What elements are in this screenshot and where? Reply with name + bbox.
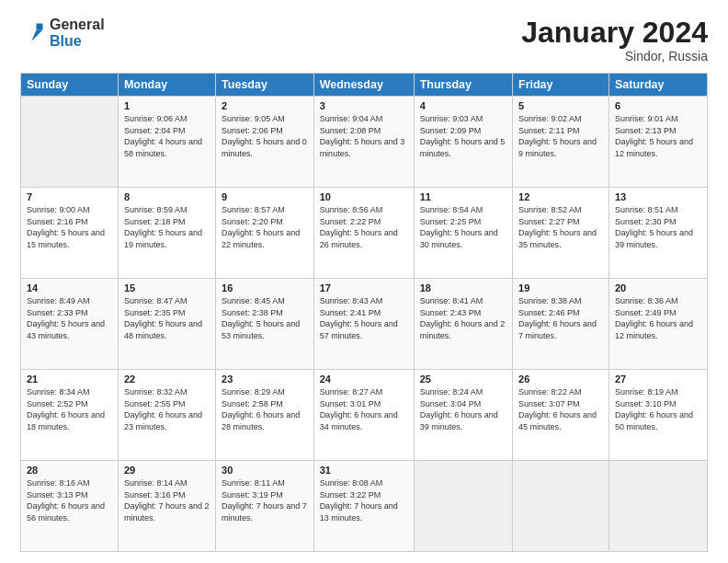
- header-row: Sunday Monday Tuesday Wednesday Thursday…: [21, 74, 708, 97]
- week-row-0: 1Sunrise: 9:06 AMSunset: 2:04 PMDaylight…: [21, 97, 708, 188]
- day-number: 22: [124, 373, 210, 385]
- day-number: 7: [27, 191, 112, 202]
- day-number: 28: [27, 465, 112, 476]
- day-number: 11: [420, 191, 506, 202]
- day-info: Sunrise: 8:34 AMSunset: 2:52 PMDaylight:…: [27, 386, 112, 432]
- day-info: Sunrise: 9:04 AMSunset: 2:08 PMDaylight:…: [320, 113, 408, 159]
- day-number: 8: [124, 191, 210, 202]
- day-info: Sunrise: 8:32 AMSunset: 2:55 PMDaylight:…: [124, 386, 210, 432]
- day-info: Sunrise: 8:11 AMSunset: 3:19 PMDaylight:…: [222, 477, 308, 523]
- day-number: 2: [222, 100, 308, 111]
- day-number: 27: [615, 373, 701, 385]
- day-number: 10: [320, 191, 408, 202]
- table-row: [414, 461, 512, 552]
- col-friday: Friday: [513, 74, 609, 97]
- col-thursday: Thursday: [414, 74, 512, 97]
- day-number: 16: [222, 282, 308, 293]
- day-number: 26: [518, 373, 603, 385]
- logo: General Blue: [20, 17, 105, 49]
- day-info: Sunrise: 8:16 AMSunset: 3:13 PMDaylight:…: [27, 477, 112, 523]
- day-info: Sunrise: 8:54 AMSunset: 2:25 PMDaylight:…: [420, 204, 506, 250]
- table-row: 14Sunrise: 8:49 AMSunset: 2:33 PMDayligh…: [21, 279, 119, 370]
- day-number: 25: [420, 373, 506, 385]
- table-row: 9Sunrise: 8:57 AMSunset: 2:20 PMDaylight…: [216, 188, 314, 279]
- day-info: Sunrise: 8:49 AMSunset: 2:33 PMDaylight:…: [27, 295, 112, 341]
- table-row: 28Sunrise: 8:16 AMSunset: 3:13 PMDayligh…: [21, 461, 119, 552]
- table-row: 11Sunrise: 8:54 AMSunset: 2:25 PMDayligh…: [414, 188, 512, 279]
- table-row: 10Sunrise: 8:56 AMSunset: 2:22 PMDayligh…: [313, 188, 414, 279]
- day-info: Sunrise: 8:24 AMSunset: 3:04 PMDaylight:…: [420, 386, 506, 432]
- day-number: 4: [420, 100, 506, 111]
- day-number: 18: [420, 282, 506, 293]
- col-saturday: Saturday: [609, 74, 707, 97]
- day-info: Sunrise: 8:43 AMSunset: 2:41 PMDaylight:…: [320, 295, 408, 341]
- day-info: Sunrise: 9:02 AMSunset: 2:11 PMDaylight:…: [518, 113, 603, 159]
- day-number: 30: [222, 465, 308, 476]
- table-row: 30Sunrise: 8:11 AMSunset: 3:19 PMDayligh…: [216, 461, 314, 552]
- table-row: 22Sunrise: 8:32 AMSunset: 2:55 PMDayligh…: [118, 370, 215, 461]
- calendar-table: Sunday Monday Tuesday Wednesday Thursday…: [20, 73, 708, 552]
- svg-marker-0: [37, 23, 43, 29]
- day-number: 13: [615, 191, 701, 202]
- day-info: Sunrise: 9:00 AMSunset: 2:16 PMDaylight:…: [27, 204, 112, 250]
- table-row: 20Sunrise: 8:36 AMSunset: 2:49 PMDayligh…: [609, 279, 707, 370]
- week-row-1: 7Sunrise: 9:00 AMSunset: 2:16 PMDaylight…: [21, 188, 708, 279]
- logo-blue-text: Blue: [50, 33, 105, 50]
- table-row: 12Sunrise: 8:52 AMSunset: 2:27 PMDayligh…: [513, 188, 609, 279]
- table-row: 4Sunrise: 9:03 AMSunset: 2:09 PMDaylight…: [414, 97, 512, 188]
- col-wednesday: Wednesday: [313, 74, 414, 97]
- col-monday: Monday: [118, 74, 215, 97]
- day-info: Sunrise: 9:05 AMSunset: 2:06 PMDaylight:…: [222, 113, 308, 159]
- table-row: 18Sunrise: 8:41 AMSunset: 2:43 PMDayligh…: [414, 279, 512, 370]
- day-number: 9: [222, 191, 308, 202]
- table-row: 31Sunrise: 8:08 AMSunset: 3:22 PMDayligh…: [313, 461, 414, 552]
- week-row-2: 14Sunrise: 8:49 AMSunset: 2:33 PMDayligh…: [21, 279, 708, 370]
- day-info: Sunrise: 8:14 AMSunset: 3:16 PMDaylight:…: [124, 477, 210, 523]
- day-number: 1: [124, 100, 210, 111]
- table-row: 15Sunrise: 8:47 AMSunset: 2:35 PMDayligh…: [118, 279, 215, 370]
- day-info: Sunrise: 8:47 AMSunset: 2:35 PMDaylight:…: [124, 295, 210, 341]
- week-row-3: 21Sunrise: 8:34 AMSunset: 2:52 PMDayligh…: [21, 370, 708, 461]
- day-info: Sunrise: 8:29 AMSunset: 2:58 PMDaylight:…: [222, 386, 308, 432]
- table-row: 6Sunrise: 9:01 AMSunset: 2:13 PMDaylight…: [609, 97, 707, 188]
- table-row: 13Sunrise: 8:51 AMSunset: 2:30 PMDayligh…: [609, 188, 707, 279]
- day-number: 5: [518, 100, 603, 111]
- day-number: 3: [320, 100, 408, 111]
- day-info: Sunrise: 8:38 AMSunset: 2:46 PMDaylight:…: [518, 295, 603, 341]
- day-number: 6: [615, 100, 701, 111]
- logo-general-text: General: [50, 17, 105, 33]
- location-subtitle: Sindor, Russia: [521, 49, 708, 63]
- week-row-4: 28Sunrise: 8:16 AMSunset: 3:13 PMDayligh…: [21, 461, 708, 552]
- day-number: 31: [320, 465, 408, 476]
- table-row: 19Sunrise: 8:38 AMSunset: 2:46 PMDayligh…: [513, 279, 609, 370]
- day-info: Sunrise: 8:45 AMSunset: 2:38 PMDaylight:…: [222, 295, 308, 341]
- table-row: 1Sunrise: 9:06 AMSunset: 2:04 PMDaylight…: [118, 97, 215, 188]
- col-tuesday: Tuesday: [216, 74, 314, 97]
- day-number: 19: [518, 282, 603, 293]
- day-info: Sunrise: 8:51 AMSunset: 2:30 PMDaylight:…: [615, 204, 701, 250]
- day-info: Sunrise: 8:36 AMSunset: 2:49 PMDaylight:…: [615, 295, 701, 341]
- table-row: 5Sunrise: 9:02 AMSunset: 2:11 PMDaylight…: [513, 97, 609, 188]
- day-info: Sunrise: 9:03 AMSunset: 2:09 PMDaylight:…: [420, 113, 506, 159]
- day-info: Sunrise: 8:08 AMSunset: 3:22 PMDaylight:…: [320, 477, 408, 523]
- day-info: Sunrise: 9:01 AMSunset: 2:13 PMDaylight:…: [615, 113, 701, 159]
- table-row: 16Sunrise: 8:45 AMSunset: 2:38 PMDayligh…: [216, 279, 314, 370]
- table-row: 27Sunrise: 8:19 AMSunset: 3:10 PMDayligh…: [609, 370, 707, 461]
- month-title: January 2024: [521, 17, 708, 49]
- table-row: 21Sunrise: 8:34 AMSunset: 2:52 PMDayligh…: [21, 370, 119, 461]
- day-info: Sunrise: 8:56 AMSunset: 2:22 PMDaylight:…: [320, 204, 408, 250]
- table-row: 17Sunrise: 8:43 AMSunset: 2:41 PMDayligh…: [313, 279, 414, 370]
- day-info: Sunrise: 8:57 AMSunset: 2:20 PMDaylight:…: [222, 204, 308, 250]
- table-row: [609, 461, 707, 552]
- day-number: 20: [615, 282, 701, 293]
- day-info: Sunrise: 8:52 AMSunset: 2:27 PMDaylight:…: [518, 204, 603, 250]
- day-number: 21: [27, 373, 112, 385]
- day-info: Sunrise: 8:22 AMSunset: 3:07 PMDaylight:…: [518, 386, 603, 432]
- day-info: Sunrise: 8:27 AMSunset: 3:01 PMDaylight:…: [320, 386, 408, 432]
- day-number: 12: [518, 191, 603, 202]
- table-row: 2Sunrise: 9:05 AMSunset: 2:06 PMDaylight…: [216, 97, 314, 188]
- day-info: Sunrise: 9:06 AMSunset: 2:04 PMDaylight:…: [124, 113, 210, 159]
- table-row: 8Sunrise: 8:59 AMSunset: 2:18 PMDaylight…: [118, 188, 215, 279]
- table-row: 24Sunrise: 8:27 AMSunset: 3:01 PMDayligh…: [313, 370, 414, 461]
- header: General Blue January 2024 Sindor, Russia: [20, 17, 708, 63]
